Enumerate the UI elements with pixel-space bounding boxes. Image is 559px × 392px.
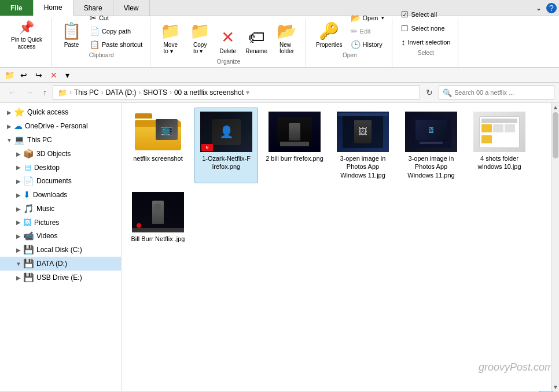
move-to-button[interactable]: 📁 Moveto ▾: [156, 19, 185, 57]
photos11png-thumbnail: 🖥: [405, 112, 457, 152]
edit-label: Edit: [360, 28, 371, 35]
sidebar-item-localc[interactable]: ▶ 💾 Local Disk (C:): [0, 243, 121, 257]
file-item-ozark[interactable]: 👤 N 1-Ozark-Netflix-F irefox.png: [194, 108, 258, 183]
select-none-icon: ☐: [401, 24, 409, 33]
sidebar-item-datad[interactable]: ▼ 💾 DATA (D:): [0, 257, 121, 271]
properties-button[interactable]: 🔑 Properties: [312, 19, 347, 51]
search-box[interactable]: 🔍: [439, 85, 554, 100]
sidebar-item-documents[interactable]: ▶ 📄 Documents: [0, 174, 121, 188]
rename-button[interactable]: 🏷 Rename: [241, 25, 271, 57]
breadcrumb[interactable]: 📁 › This PC › DATA (D:) › SHOTS › 00 a n…: [53, 85, 420, 100]
pictures-icon: 🖼: [23, 217, 32, 227]
ozark-thumbnail: 👤 N: [200, 112, 252, 152]
copy-path-button[interactable]: 📄 Copy path: [87, 25, 145, 38]
file-item-folder[interactable]: 📺 netflix screenshot: [126, 108, 190, 183]
sidebar-label-music: Music: [36, 205, 54, 213]
open-dropdown[interactable]: ▾: [381, 15, 384, 21]
sidebar-item-thispc[interactable]: ▼ 💻 This PC: [0, 133, 121, 147]
forward-button[interactable]: →: [22, 86, 37, 99]
sidebar-label-onedrive: OneDrive - Personal: [25, 122, 88, 130]
file-item-billburr2[interactable]: Bill Burr Netflix .jpg: [126, 188, 190, 247]
breadcrumb-data: DATA (D:): [106, 88, 137, 97]
up-button[interactable]: ↑: [39, 86, 50, 99]
back-button[interactable]: ←: [5, 86, 20, 99]
file-item-photos11jpg[interactable]: 🖼 3-open image in Photos App Windows 11.…: [331, 108, 395, 183]
paste-button[interactable]: 📋 Paste: [57, 19, 86, 51]
breadcrumb-thispc: This PC: [74, 88, 99, 97]
sidebar-item-videos[interactable]: ▶ 📹 Videos: [0, 229, 121, 243]
paste-shortcut-button[interactable]: 📋 Paste shortcut: [87, 38, 145, 51]
file-item-shotsfolder[interactable]: 4 shots folder windows 10.jpg: [468, 108, 531, 183]
scroll-down-button[interactable]: ▼: [551, 383, 559, 391]
scroll-track[interactable]: [551, 111, 559, 383]
sidebar-item-onedrive[interactable]: ▶ ☁ OneDrive - Personal: [0, 119, 121, 133]
scroll-thumb[interactable]: [553, 112, 558, 158]
chevron-icon: ▼: [5, 137, 14, 143]
history-button[interactable]: 🕒 History: [348, 38, 388, 51]
chevron-icon: ▶: [14, 219, 23, 225]
qat-undo-button[interactable]: ↩: [18, 69, 30, 82]
cut-button[interactable]: ✂ Cut: [87, 12, 145, 24]
properties-icon: 🔑: [319, 21, 339, 40]
chevron-icon: ▼: [14, 261, 23, 267]
history-label: History: [363, 41, 383, 48]
quickaccess-icon: ⭐: [14, 107, 25, 117]
file-name: 2 bill burr firefox.png: [266, 154, 323, 162]
minimize-icon[interactable]: ⌄: [534, 4, 544, 12]
new-folder-button[interactable]: 📂 Newfolder: [273, 19, 301, 57]
ribbon-group-clipboard: 📋 Paste ✂ Cut 📄 Copy path 📋: [53, 19, 150, 67]
desktop-icon: 🖥: [23, 162, 32, 172]
help-icon[interactable]: ?: [546, 3, 557, 13]
scrollbar[interactable]: ▲ ▼: [551, 103, 559, 391]
sidebar-item-usbe[interactable]: ▶ 💾 USB Drive (E:): [0, 271, 121, 284]
move-icon: 📁: [160, 21, 181, 40]
qat-dropdown-button[interactable]: ▾: [63, 69, 72, 82]
open-button[interactable]: 📂 Open ▾: [348, 12, 388, 24]
copy-to-button[interactable]: 📁 Copyto ▾: [186, 19, 214, 57]
sidebar-item-quickaccess[interactable]: ▶ ⭐ Quick access: [0, 105, 121, 119]
file-item-billburr[interactable]: 2 bill burr firefox.png: [263, 108, 326, 183]
search-icon: 🔍: [443, 88, 452, 97]
sidebar-label-quickaccess: Quick access: [27, 108, 68, 116]
delete-button[interactable]: ✕ Delete: [215, 25, 240, 57]
main-area: ▶ ⭐ Quick access ▶ ☁ OneDrive - Personal…: [0, 103, 559, 391]
select-all-button[interactable]: ☑ Select all: [398, 8, 453, 21]
scroll-up-button[interactable]: ▲: [551, 103, 559, 111]
sidebar-item-downloads[interactable]: ▶ ⬇ Downloads: [0, 188, 121, 202]
search-input[interactable]: [454, 89, 550, 96]
tab-file[interactable]: File: [0, 0, 34, 16]
edit-button[interactable]: ✏ Edit: [348, 25, 388, 38]
pin-to-quickaccess-button[interactable]: 📌 Pin to Quickaccess: [7, 19, 46, 52]
sidebar-label-datad: DATA (D:): [36, 260, 67, 268]
chevron-icon: ▶: [14, 233, 23, 239]
thispc-icon: 💻: [14, 135, 25, 145]
tab-home[interactable]: Home: [34, 0, 73, 16]
paste-shortcut-label: Paste shortcut: [102, 41, 142, 48]
breadcrumb-current: 00 a netflix screenshot: [174, 88, 244, 97]
refresh-button[interactable]: ↻: [422, 86, 436, 99]
sidebar-item-pictures[interactable]: ▶ 🖼 Pictures: [0, 216, 121, 229]
file-area: ▲ ▼ 📺 netflix scre: [122, 103, 559, 391]
invert-selection-button[interactable]: ↕ Invert selection: [398, 36, 453, 49]
chevron-icon: ▶: [14, 164, 23, 171]
qat-delete-button[interactable]: ✕: [48, 69, 60, 82]
quick-access-toolbar: 📁 ↩ ↪ ✕ ▾: [0, 68, 559, 83]
sidebar-item-desktop[interactable]: ▶ 🖥 Desktop: [0, 161, 121, 174]
sidebar-item-3dobjects[interactable]: ▶ 📦 3D Objects: [0, 147, 121, 161]
file-name: 1-Ozark-Netflix-F irefox.png: [197, 154, 255, 171]
file-name: 3-open image in Photos App Windows 11.pn…: [402, 154, 460, 179]
music-icon: 🎵: [23, 204, 34, 214]
3dobjects-icon: 📦: [23, 149, 34, 159]
file-item-photos11png[interactable]: 🖥 3-open image in Photos App Windows 11.…: [399, 108, 463, 183]
chevron-icon: ▶: [14, 192, 23, 198]
select-none-button[interactable]: ☐ Select none: [398, 22, 453, 35]
sidebar-label-localc: Local Disk (C:): [36, 246, 82, 254]
select-all-icon: ☑: [401, 10, 409, 19]
sidebar-item-music[interactable]: ▶ 🎵 Music: [0, 202, 121, 216]
file-name: 3-open image in Photos App Windows 11.jp…: [334, 154, 392, 179]
open-icon: 📂: [351, 13, 361, 23]
pin-label: Pin to Quickaccess: [11, 36, 42, 50]
tab-bar: File Home Share View ⌄ ?: [0, 0, 559, 16]
paste-shortcut-icon: 📋: [90, 40, 100, 49]
qat-redo-button[interactable]: ↪: [33, 69, 45, 82]
